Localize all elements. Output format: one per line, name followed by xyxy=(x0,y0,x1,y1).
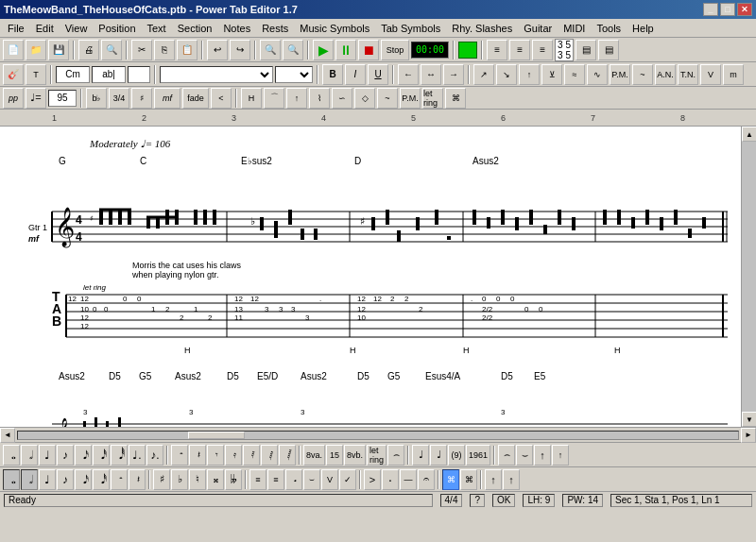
fade-btn[interactable]: fade xyxy=(182,88,209,109)
menu-guitar[interactable]: Guitar xyxy=(518,21,558,36)
note2-sharp[interactable]: ♯ xyxy=(153,469,170,490)
note2-arrow-l[interactable]: ↑ xyxy=(485,469,502,490)
menu-tools[interactable]: Tools xyxy=(591,21,627,36)
stop-button[interactable]: ⏹ xyxy=(358,40,379,60)
underline-button[interactable]: U xyxy=(368,64,388,85)
scroll-up-button[interactable]: ▲ xyxy=(742,127,756,142)
note2-quarter[interactable]: ♩ xyxy=(39,469,56,490)
menu-help[interactable]: Help xyxy=(627,21,660,36)
align-r-btn[interactable]: → xyxy=(443,64,464,85)
menu-text[interactable]: Text xyxy=(142,21,172,36)
palm-mute[interactable]: P.M. xyxy=(400,88,421,109)
note-btn-r7[interactable]: 𝅂 xyxy=(279,445,296,466)
minimize-button[interactable]: _ xyxy=(703,3,718,16)
note2-special2[interactable]: ⌘ xyxy=(460,469,477,490)
paste-button[interactable]: 📋 xyxy=(177,40,198,60)
note-btn-r4[interactable]: 𝄿 xyxy=(225,445,242,466)
copy-button[interactable]: ⎘ xyxy=(154,40,175,60)
note-let-ring[interactable]: letring xyxy=(367,445,387,466)
note2-eighth[interactable]: ♪ xyxy=(57,469,74,490)
undo-button[interactable]: ↩ xyxy=(207,40,228,60)
extra-btn2[interactable]: ▤ xyxy=(598,40,619,60)
time-3-4[interactable]: 3/4 xyxy=(109,88,129,109)
menu-file[interactable]: File xyxy=(2,21,30,36)
zoom-out-button[interactable]: 🔍 xyxy=(283,40,303,60)
note-btn-r6[interactable]: 𝅁 xyxy=(261,445,278,466)
misc-btn1[interactable]: ↗ xyxy=(473,64,494,85)
scroll-down-button[interactable]: ▼ xyxy=(742,412,756,427)
score-area[interactable]: Moderately ♩= 106 G C E♭sus2 D Asus2 𝄞 4… xyxy=(0,127,741,427)
horizontal-scrollbar[interactable]: ◄ ► xyxy=(0,427,756,442)
misc-btn11[interactable]: V xyxy=(700,64,721,85)
key-sig[interactable]: ♯ xyxy=(131,88,152,109)
note-flat-n[interactable]: ♩ xyxy=(430,445,447,466)
note-btn-32nd[interactable]: 𝅘𝅥𝅰 xyxy=(93,445,110,466)
dynamic-lt[interactable]: < xyxy=(211,88,232,109)
note-btn-dot-e[interactable]: ♪. xyxy=(146,445,163,466)
tab-btn[interactable]: T xyxy=(26,64,46,85)
note2-slur2[interactable]: ⌣ xyxy=(303,469,320,490)
note-tie[interactable]: ⌢ xyxy=(498,445,515,466)
pause-button[interactable]: ⏸ xyxy=(335,40,356,60)
note-btn-64th[interactable]: 𝅘𝅥𝅱 xyxy=(111,445,128,466)
misc-btn10[interactable]: T.N. xyxy=(678,64,698,85)
save-button[interactable]: 💾 xyxy=(48,40,69,60)
chord-input[interactable] xyxy=(56,66,90,83)
time-4-4[interactable]: b♭ xyxy=(86,88,107,109)
note2-trem2[interactable]: ≡ xyxy=(267,469,284,490)
hammer-on[interactable]: H xyxy=(241,88,262,109)
vibrato[interactable]: ~ xyxy=(377,88,398,109)
note-btn-dot-q[interactable]: ♩. xyxy=(129,445,146,466)
note2-whole[interactable]: 𝅝 xyxy=(3,469,20,490)
vertical-scrollbar[interactable]: ▲ ▼ xyxy=(741,127,756,427)
misc-btn2[interactable]: ↘ xyxy=(496,64,517,85)
cut-button[interactable]: ✂ xyxy=(131,40,152,60)
note-btn-whole[interactable]: 𝅝 xyxy=(3,445,20,466)
note2-fermata[interactable]: 𝄐 xyxy=(418,469,435,490)
align-left-button[interactable]: ≡ xyxy=(487,40,507,60)
note-btn-16th[interactable]: 𝅘𝅥𝅯 xyxy=(75,445,92,466)
note-btn-quarter[interactable]: ♩ xyxy=(39,445,56,466)
menu-rests[interactable]: Rests xyxy=(256,21,294,36)
note2-check[interactable]: ✓ xyxy=(339,469,356,490)
note2-trem1[interactable]: ≡ xyxy=(249,469,266,490)
note2-special1[interactable]: ⌘ xyxy=(442,469,459,490)
play-button[interactable]: ▶ xyxy=(313,40,334,60)
harmonic[interactable]: ◇ xyxy=(354,88,375,109)
menu-position[interactable]: Position xyxy=(93,21,141,36)
scroll-left-button[interactable]: ◄ xyxy=(0,428,15,443)
menu-music-symbols[interactable]: Music Symbols xyxy=(294,21,375,36)
dynamic-mf[interactable]: mf xyxy=(154,88,180,109)
maximize-button[interactable]: □ xyxy=(720,3,735,16)
note2-v[interactable]: V xyxy=(321,469,338,490)
note-extra2[interactable]: ↑ xyxy=(552,445,569,466)
menu-notes[interactable]: Notes xyxy=(217,21,256,36)
new-button[interactable]: 📄 xyxy=(3,40,24,60)
close-button[interactable]: ✕ xyxy=(737,3,752,16)
misc-btn4[interactable]: ⊻ xyxy=(541,64,562,85)
misc-btn8[interactable]: ~ xyxy=(632,64,653,85)
note2-arrow-r[interactable]: ↑ xyxy=(503,469,520,490)
note2-rest2[interactable]: 𝄽 xyxy=(129,469,146,490)
align-c-btn[interactable]: ↔ xyxy=(421,64,441,85)
scroll-right-button[interactable]: ► xyxy=(741,428,756,443)
print-preview-button[interactable]: 🔍 xyxy=(101,40,122,60)
menu-tab-symbols[interactable]: Tab Symbols xyxy=(375,21,446,36)
note2-16th[interactable]: 𝅘𝅥𝅯 xyxy=(75,469,92,490)
note-8va[interactable]: 8va. xyxy=(303,445,325,466)
pull-off[interactable]: ⌒ xyxy=(264,88,284,109)
misc-btn12[interactable]: m xyxy=(723,64,744,85)
note-15[interactable]: 15 xyxy=(326,445,343,466)
font-select[interactable] xyxy=(160,66,273,83)
let-ring-btn[interactable]: let ring xyxy=(422,88,443,109)
bpm-input[interactable] xyxy=(48,90,77,107)
menu-section[interactable]: Section xyxy=(172,21,218,36)
note2-flat[interactable]: ♭ xyxy=(171,469,188,490)
scroll-track[interactable] xyxy=(742,142,756,412)
italic-button[interactable]: I xyxy=(345,64,366,85)
align-l-btn[interactable]: ← xyxy=(398,64,419,85)
note-8vb[interactable]: 8vb. xyxy=(344,445,366,466)
note-btn-r3[interactable]: 𝄾 xyxy=(207,445,224,466)
note2-dbl-flat[interactable]: 𝄫 xyxy=(225,469,242,490)
misc-btn7[interactable]: P.M. xyxy=(610,64,630,85)
